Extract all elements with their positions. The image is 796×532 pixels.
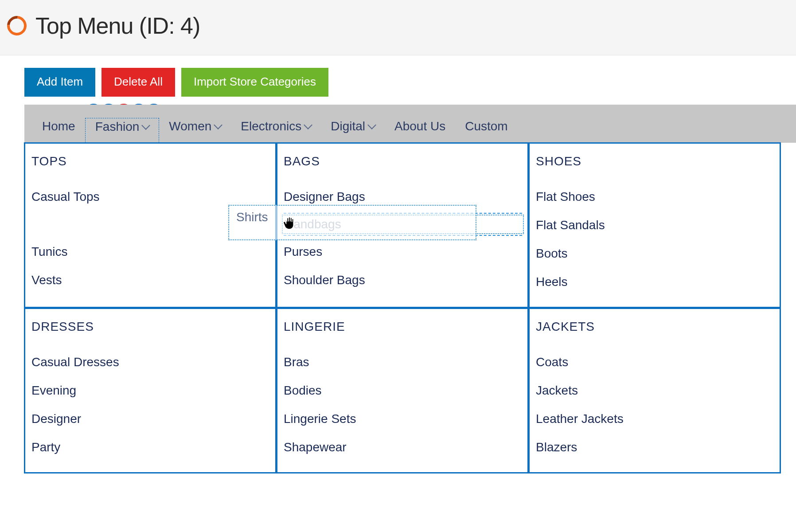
nav-item-about-us[interactable]: About Us [385, 118, 455, 143]
column-item[interactable]: Casual Dresses [31, 348, 270, 376]
column-title: DRESSES [31, 320, 270, 334]
column-item[interactable]: Lingerie Sets [284, 405, 522, 433]
mega-column-bags[interactable]: BAGS Designer Bags Handbags Purses Shoul… [276, 142, 529, 308]
column-item[interactable]: Blazers [536, 433, 774, 462]
column-item[interactable]: Party [31, 433, 270, 462]
column-item[interactable]: Shapewear [284, 433, 522, 462]
chevron-down-icon [367, 121, 376, 129]
column-item[interactable]: Jackets [536, 376, 774, 405]
mega-menu-row-1: TOPS Casual Tops Tunics Vests BAGS Desig… [24, 143, 783, 308]
delete-all-button[interactable]: Delete All [101, 68, 175, 97]
column-item[interactable]: Evening [31, 376, 270, 405]
mega-column-jackets[interactable]: JACKETS Coats Jackets Leather Jackets Bl… [528, 308, 781, 473]
column-item[interactable]: Shoulder Bags [284, 266, 522, 294]
chevron-down-icon [141, 121, 150, 130]
mega-menu-row-2: DRESSES Casual Dresses Evening Designer … [24, 308, 783, 473]
nav-item-electronics[interactable]: Electronics [231, 118, 321, 143]
column-item[interactable]: Flat Sandals [536, 211, 774, 239]
nav-label: Digital [331, 119, 365, 133]
column-title: LINGERIE [284, 320, 522, 334]
action-bar: Add Item Delete All Import Store Categor… [0, 55, 796, 105]
nav-item-digital[interactable]: Digital [321, 118, 385, 143]
nav-item-home[interactable]: Home [32, 118, 85, 143]
column-title: TOPS [31, 154, 270, 168]
drop-indicator-line [284, 235, 522, 236]
chevron-down-icon [304, 121, 312, 129]
column-item[interactable]: Casual Tops [31, 183, 270, 211]
nav-label: Women [169, 119, 211, 133]
page-title: Top Menu (ID: 4) [35, 12, 200, 39]
page-header: Top Menu (ID: 4) [0, 0, 796, 55]
nav-label: About Us [394, 119, 445, 133]
column-item[interactable]: Flat Shoes [536, 183, 774, 211]
column-title: JACKETS [536, 320, 774, 334]
column-item[interactable]: Bodies [284, 376, 522, 405]
nav-item-women[interactable]: Women [159, 118, 231, 143]
mega-column-lingerie[interactable]: LINGERIE Bras Bodies Lingerie Sets Shape… [276, 308, 529, 473]
column-title: SHOES [536, 154, 774, 168]
column-item-drop-target[interactable]: Handbags [282, 215, 524, 234]
import-categories-button[interactable]: Import Store Categories [181, 68, 328, 97]
nav-label: Fashion [95, 120, 140, 134]
column-item[interactable]: Tunics [31, 238, 270, 266]
column-title: BAGS [284, 154, 522, 168]
mega-column-dresses[interactable]: DRESSES Casual Dresses Evening Designer … [24, 308, 277, 473]
chevron-down-icon [214, 121, 222, 129]
column-item[interactable]: Coats [536, 348, 774, 376]
menu-editor: Home Fashion Women Electronics Digital A… [24, 105, 796, 473]
column-item[interactable]: Vests [31, 266, 270, 294]
column-item[interactable]: Designer [31, 405, 270, 433]
column-item[interactable]: Heels [536, 268, 774, 296]
column-item[interactable]: Purses [284, 238, 522, 266]
nav-item-custom[interactable]: Custom [455, 118, 517, 143]
column-item[interactable]: Leather Jackets [536, 405, 774, 433]
mega-column-shoes[interactable]: SHOES Flat Shoes Flat Sandals Boots Heel… [528, 142, 781, 308]
add-item-button[interactable]: Add Item [24, 68, 95, 97]
drop-indicator-line [284, 213, 522, 214]
mega-column-tops[interactable]: TOPS Casual Tops Tunics Vests [24, 142, 277, 308]
top-nav: Home Fashion Women Electronics Digital A… [24, 105, 796, 143]
brand-icon [3, 12, 31, 39]
nav-label: Electronics [241, 119, 301, 133]
nav-label: Custom [465, 119, 507, 133]
nav-item-fashion[interactable]: Fashion [85, 118, 160, 143]
column-item[interactable]: Boots [536, 239, 774, 268]
column-item[interactable]: Designer Bags [284, 183, 522, 211]
nav-label: Home [42, 119, 75, 133]
column-item[interactable]: Bras [284, 348, 522, 376]
